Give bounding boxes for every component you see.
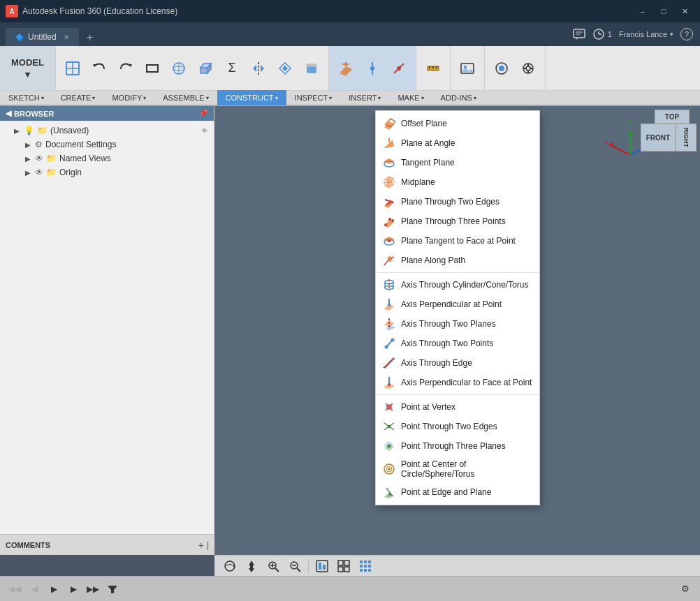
menu-item-plane-tangent-face[interactable]: Plane Tangent to Face at Point: [376, 231, 539, 251]
menu-item-point-vertex[interactable]: Point at Vertex: [376, 397, 539, 417]
help-button[interactable]: ?: [680, 28, 693, 40]
model-mode-selector[interactable]: MODEL ▾: [0, 46, 56, 90]
construct-label[interactable]: CONSTRUCT ▾: [217, 90, 286, 105]
inspect-label[interactable]: INSPECT ▾: [286, 90, 341, 105]
make-icon: [492, 59, 511, 78]
maximize-button[interactable]: □: [654, 4, 673, 18]
make-button[interactable]: [489, 57, 514, 80]
nav-next-button[interactable]: ▶: [64, 581, 82, 597]
tab-close-button[interactable]: ✕: [64, 34, 69, 41]
clock-indicator[interactable]: 1: [592, 28, 612, 40]
tree-item-document-settings[interactable]: ▶ ⚙ Document Settings: [0, 138, 214, 151]
nav-prev-button[interactable]: ◀: [25, 581, 43, 597]
menu-item-point-center[interactable]: Point at Center of Circle/Sphere/Torus: [376, 456, 539, 482]
svg-point-61: [384, 223, 387, 226]
addins-label[interactable]: ADD-INS ▾: [432, 90, 485, 105]
browser-collapse-icon[interactable]: ◀: [6, 109, 11, 118]
view-cube-front[interactable]: FRONT: [641, 124, 676, 151]
minimize-button[interactable]: –: [633, 4, 652, 18]
assemble-label[interactable]: ASSEMBLE ▾: [154, 90, 217, 105]
menu-item-point-three-planes[interactable]: Point Through Three Planes: [376, 436, 539, 456]
user-name: Francis Lance: [619, 30, 667, 38]
axis-perp-point-label: Axis Perpendicular at Point: [401, 299, 502, 309]
svg-marker-55: [384, 176, 395, 183]
menu-item-axis-edge[interactable]: Axis Through Edge: [376, 353, 539, 373]
comments-pin-icon[interactable]: |: [207, 540, 209, 550]
display-settings-button[interactable]: [312, 557, 332, 575]
zoom-fit-button[interactable]: [285, 557, 305, 575]
document-tab[interactable]: 🔷 Untitled ✕: [6, 28, 79, 46]
tree-item-origin[interactable]: ▶ 👁 📁 Origin: [0, 165, 214, 179]
surface-button[interactable]: [299, 57, 324, 80]
undo-icon: [89, 59, 109, 78]
folder-icon-origin: 📁: [46, 168, 57, 177]
addins-button[interactable]: [516, 57, 541, 80]
menu-item-axis-perp-face[interactable]: Axis Perpendicular to Face at Point: [376, 373, 539, 392]
eye-icon-unsaved[interactable]: 👁: [201, 127, 208, 135]
extrude-button[interactable]: [193, 57, 218, 80]
menu-item-midplane[interactable]: Midplane: [376, 172, 539, 192]
rectangle-button[interactable]: [140, 57, 165, 80]
view-cube-top[interactable]: TOP: [655, 110, 690, 124]
svg-rect-122: [364, 565, 367, 567]
zoom-button[interactable]: [263, 557, 283, 575]
nav-end-button[interactable]: ▶▶: [84, 581, 102, 597]
construct-plane-button[interactable]: [333, 57, 358, 80]
menu-item-axis-two-planes[interactable]: Axis Through Two Planes: [376, 314, 539, 334]
construct-point-button[interactable]: [386, 57, 411, 80]
nav-filter-button[interactable]: [103, 581, 122, 597]
menu-item-axis-cylinder[interactable]: Axis Through Cylinder/Cone/Torus: [376, 275, 539, 295]
folder-icon-views: 📁: [46, 154, 57, 163]
sphere-button[interactable]: [166, 57, 191, 80]
insert-image-button[interactable]: [455, 57, 480, 80]
menu-item-point-edge-plane[interactable]: Point at Edge and Plane: [376, 482, 539, 502]
user-menu[interactable]: Francis Lance ▾: [619, 30, 673, 38]
insert-label[interactable]: INSERT ▾: [340, 90, 389, 105]
svg-rect-114: [338, 561, 343, 565]
mirror-icon: [249, 59, 268, 78]
tree-label-named-views: Named Views: [59, 154, 208, 163]
nav-settings-button[interactable]: ⚙: [676, 581, 694, 597]
make-label[interactable]: MAKE ▾: [389, 90, 432, 105]
nav-back-button[interactable]: ◀◀: [6, 581, 24, 597]
menu-item-plane-two-edges[interactable]: Plane Through Two Edges: [376, 192, 539, 212]
menu-item-axis-perp-point[interactable]: Axis Perpendicular at Point: [376, 295, 539, 314]
menu-item-plane-along-path[interactable]: Plane Along Path: [376, 251, 539, 270]
grid-layout-button[interactable]: [356, 557, 375, 575]
nav-play-button[interactable]: ▶: [45, 581, 63, 597]
menu-item-offset-plane[interactable]: Offset Plane: [376, 114, 539, 133]
svg-rect-120: [368, 561, 371, 563]
construct-axis-button[interactable]: [360, 57, 385, 80]
new-sketch-button[interactable]: [60, 57, 85, 80]
svg-marker-30: [461, 68, 474, 72]
mirror-button[interactable]: [246, 57, 271, 80]
measure-button[interactable]: [421, 57, 446, 80]
svg-text:Y: Y: [604, 140, 608, 148]
orbit-button[interactable]: [220, 557, 240, 575]
undo-button[interactable]: [87, 57, 112, 80]
browser-pin-icon[interactable]: 📌: [198, 109, 208, 118]
modify-label[interactable]: MODIFY ▾: [103, 90, 154, 105]
grid-settings-button[interactable]: [334, 557, 353, 575]
tree-item-unsaved[interactable]: ▶ 💡 📁 (Unsaved) 👁: [0, 124, 214, 138]
menu-item-axis-two-points[interactable]: Axis Through Two Points: [376, 334, 539, 353]
menu-item-plane-three-points[interactable]: Plane Through Three Points: [376, 212, 539, 231]
tree-item-named-views[interactable]: ▶ 👁 📁 Named Views: [0, 151, 214, 165]
menu-item-point-two-edges[interactable]: Point Through Two Edges: [376, 417, 539, 436]
sigma-button[interactable]: Σ: [219, 57, 245, 80]
menu-item-plane-at-angle[interactable]: Plane at Angle: [376, 133, 539, 153]
pattern-button[interactable]: [272, 57, 298, 80]
pan-button[interactable]: [242, 557, 261, 575]
view-cube-right[interactable]: RIGHT: [676, 124, 697, 151]
pattern-icon: [275, 59, 295, 78]
close-button[interactable]: ✕: [675, 4, 694, 18]
menu-item-tangent-plane[interactable]: Tangent Plane: [376, 153, 539, 172]
redo-button[interactable]: [113, 57, 138, 80]
point-vertex-icon: [383, 401, 395, 413]
sketch-label[interactable]: SKETCH ▾: [0, 90, 52, 105]
create-label[interactable]: CREATE ▾: [52, 90, 104, 105]
add-comment-button[interactable]: +: [198, 540, 204, 551]
chat-button[interactable]: [573, 28, 585, 40]
plane-tangent-face-label: Plane Tangent to Face at Point: [401, 236, 516, 246]
new-tab-button[interactable]: +: [82, 29, 99, 46]
